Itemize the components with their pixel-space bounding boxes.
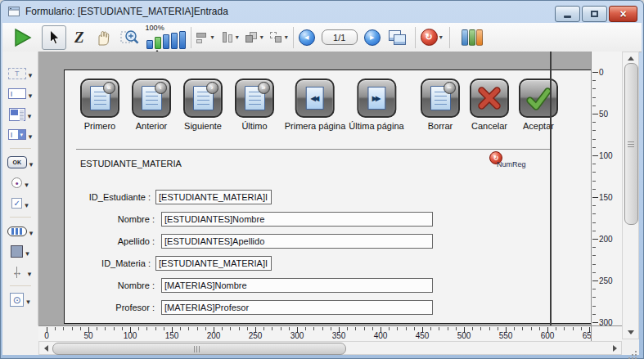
resize-grip[interactable] [622, 339, 639, 355]
vertical-scroll-thumb[interactable] [624, 63, 638, 225]
field-label: Apellido : [65, 236, 155, 246]
chevron-down-icon[interactable]: ▾ [439, 34, 443, 41]
field-input[interactable]: [ESTUDIANTE_MATERIA]I [155, 256, 272, 271]
field-input[interactable]: [ESTUDIANTES]Apellido [161, 234, 433, 249]
vertical-scrollbar[interactable] [622, 52, 639, 339]
field-label: Profesor : [65, 303, 155, 312]
run-test-button[interactable]: ↻ [421, 29, 438, 46]
book-icon [462, 29, 468, 46]
zoom-tool-button[interactable] [120, 28, 140, 47]
radio-button-icon[interactable]: • [2, 173, 38, 193]
chevron-down-icon[interactable] [29, 87, 33, 101]
minimize-icon [564, 16, 571, 18]
chevron-down-icon[interactable] [25, 245, 29, 259]
chevron-down-icon[interactable] [29, 155, 34, 170]
static-label-icon[interactable]: T [2, 63, 38, 83]
scroll-right-button[interactable] [609, 342, 620, 354]
divider[interactable] [2, 282, 38, 289]
doc-prev-icon[interactable]: ‹ [132, 79, 171, 118]
doc-first-icon[interactable]: « [80, 79, 119, 118]
previous-page-button[interactable]: ◀ [299, 29, 315, 46]
field-input[interactable]: [ESTUDIANTES]Nombre [161, 212, 433, 227]
minimize-button[interactable] [555, 6, 580, 22]
badge-icon: » [258, 82, 270, 94]
window-title: Formulario: [ESTUDIANTE_MATERIA]Entrada [25, 6, 228, 17]
horizontal-scrollbar[interactable] [38, 341, 622, 355]
cancel-x-icon[interactable] [470, 79, 509, 118]
horizontal-scroll-thumb[interactable] [52, 343, 346, 355]
form-design-surface[interactable]: « Primero [64, 70, 591, 324]
horizontal-ruler: 0 50 100 150 200 250 300 [38, 325, 591, 341]
form-field-row: Nombre : [ESTUDIANTES]Nombre [65, 212, 591, 228]
field-input[interactable]: [MATERIAS]Nombre [161, 278, 433, 293]
chevron-down-icon[interactable] [29, 224, 34, 239]
tab-order-button[interactable]: Z [74, 29, 84, 47]
document-icon: ‹ [142, 86, 162, 110]
check-box-icon[interactable]: ✓ [2, 193, 38, 213]
badge-icon: − [444, 82, 456, 94]
doc-next-icon[interactable]: › [183, 79, 223, 118]
select-tool-button[interactable] [42, 25, 66, 50]
badge-icon: ‹ [155, 82, 167, 94]
divider[interactable] [2, 145, 38, 152]
combo-box-icon[interactable]: I [2, 124, 38, 145]
divider[interactable] [2, 213, 38, 221]
ole-control-icon[interactable]: ⊙ [2, 289, 38, 310]
accept-check-icon[interactable] [519, 79, 558, 118]
numreg-label: NumReg [497, 160, 526, 168]
doc-delete-icon[interactable]: − [421, 79, 460, 118]
chevron-down-icon[interactable] [29, 66, 33, 81]
page-last-icon[interactable]: ▶▶ [357, 79, 396, 118]
chevron-down-icon[interactable] [29, 128, 33, 142]
form-nav-button[interactable]: « Primero [80, 79, 119, 131]
accept-check-icon [525, 84, 552, 112]
zoom-level-widget[interactable]: 100% [145, 25, 186, 51]
form-nav-button[interactable]: › Siguiente [183, 79, 223, 131]
form-nav-button[interactable]: − Borrar [421, 79, 460, 131]
form-nav-button[interactable]: » Último [235, 79, 274, 131]
form-nav-button[interactable]: Cancelar [470, 79, 509, 131]
pan-tool-button[interactable] [94, 29, 112, 47]
chevron-down-icon[interactable] [28, 265, 32, 280]
chevron-down-icon[interactable] [28, 107, 32, 122]
doc-last-icon[interactable]: » [235, 79, 274, 118]
splitter-control-icon[interactable]: ↔ [2, 262, 38, 282]
chevron-down-icon[interactable]: ▾ [260, 34, 263, 41]
form-nav-button[interactable]: ▶▶ Última página [349, 79, 403, 131]
field-input[interactable]: [ESTUDIANTE_MATERIA]I [155, 190, 272, 204]
cascade-windows-icon[interactable] [389, 30, 407, 45]
ok-button-icon[interactable]: OK [2, 152, 38, 173]
run-button[interactable] [12, 28, 32, 47]
next-page-button[interactable]: ▶ [364, 29, 381, 46]
shape-control-icon[interactable] [2, 241, 38, 262]
group-selection-button[interactable]: ▾ [270, 32, 288, 43]
form-nav-button[interactable]: ‹ Anterior [132, 79, 171, 131]
library-books-button[interactable] [462, 29, 483, 46]
maximize-button[interactable] [582, 6, 607, 22]
scroll-left-button[interactable] [40, 342, 52, 354]
chevron-down-icon[interactable]: ▾ [211, 34, 214, 41]
design-canvas[interactable]: « Primero [38, 52, 591, 325]
scroll-down-button[interactable] [623, 326, 638, 339]
chevron-down-icon[interactable] [25, 196, 29, 211]
make-same-size-button[interactable]: ▾ [221, 32, 239, 43]
field-input[interactable]: [MATERIAS]Profesor [161, 300, 433, 315]
chevron-down-icon[interactable] [25, 176, 29, 191]
close-button[interactable]: × [609, 6, 637, 22]
zoom-bars-icon [146, 31, 186, 49]
chevron-down-icon[interactable]: ▾ [236, 34, 239, 41]
page-first-icon[interactable]: ◀◀ [295, 79, 335, 118]
field-label: Nombre : [65, 280, 155, 290]
titlebar[interactable]: Formulario: [ESTUDIANTE_MATERIA]Entrada … [0, 0, 644, 23]
form-field-row: Apellido : [ESTUDIANTES]Apellido [65, 234, 591, 250]
chevron-down-icon[interactable]: ▾ [285, 34, 288, 41]
order-layers-button[interactable]: ▾ [245, 32, 263, 43]
align-controls-button[interactable]: ▾ [196, 32, 214, 43]
form-nav-button[interactable]: Aceptar [519, 79, 558, 131]
list-box-icon[interactable] [2, 104, 38, 124]
form-nav-button[interactable]: ◀◀ Primera página [285, 79, 346, 131]
edit-box-icon[interactable]: I [2, 83, 38, 104]
chevron-down-icon[interactable] [26, 293, 30, 307]
toolbar-control-icon[interactable] [2, 221, 38, 241]
make-same-size-icon [221, 32, 234, 43]
